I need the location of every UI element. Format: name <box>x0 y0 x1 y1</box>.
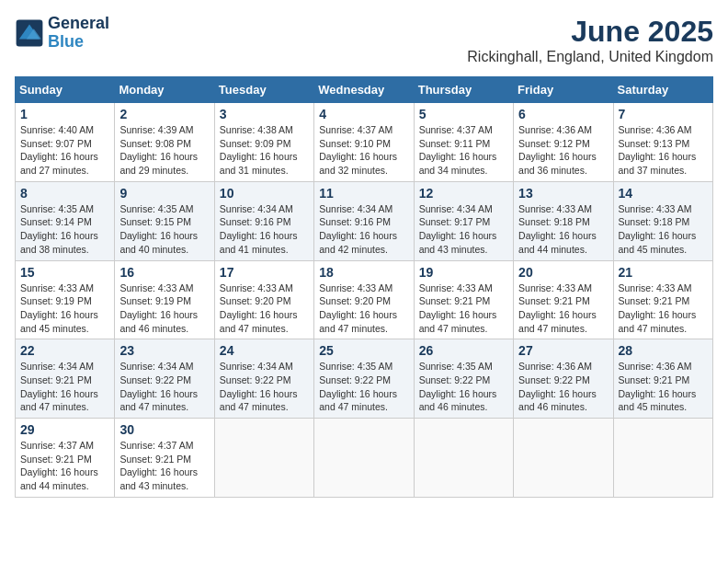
calendar-cell: 3 Sunrise: 4:38 AM Sunset: 9:09 PM Dayli… <box>214 103 313 182</box>
day-number: 21 <box>619 265 708 280</box>
day-info: Sunrise: 4:35 AM Sunset: 9:22 PM Dayligh… <box>319 360 408 414</box>
location: Rickinghall, England, United Kingdom <box>467 49 713 65</box>
day-number: 18 <box>319 265 408 280</box>
day-number: 23 <box>119 343 209 358</box>
day-info: Sunrise: 4:33 AM Sunset: 9:21 PM Dayligh… <box>518 282 608 336</box>
calendar-cell: 16 Sunrise: 4:33 AM Sunset: 9:19 PM Dayl… <box>115 260 214 339</box>
day-info: Sunrise: 4:34 AM Sunset: 9:22 PM Dayligh… <box>220 360 309 414</box>
day-info: Sunrise: 4:34 AM Sunset: 9:22 PM Dayligh… <box>119 360 209 414</box>
day-number: 19 <box>419 265 508 280</box>
weekday-header-sunday: Sunday <box>16 77 115 103</box>
calendar-cell: 30 Sunrise: 4:37 AM Sunset: 9:21 PM Dayl… <box>115 419 214 498</box>
day-info: Sunrise: 4:36 AM Sunset: 9:22 PM Dayligh… <box>518 360 608 414</box>
day-info: Sunrise: 4:33 AM Sunset: 9:20 PM Dayligh… <box>220 282 309 336</box>
weekday-header-wednesday: Wednesday <box>314 77 414 103</box>
title-section: June 2025 Rickinghall, England, United K… <box>467 15 713 65</box>
weekday-header-thursday: Thursday <box>414 77 513 103</box>
calendar-cell: 10 Sunrise: 4:34 AM Sunset: 9:16 PM Dayl… <box>214 181 313 260</box>
month-title: June 2025 <box>467 15 713 49</box>
day-number: 4 <box>319 107 408 121</box>
day-info: Sunrise: 4:33 AM Sunset: 9:21 PM Dayligh… <box>419 282 508 336</box>
day-info: Sunrise: 4:33 AM Sunset: 9:18 PM Dayligh… <box>518 202 608 257</box>
day-info: Sunrise: 4:35 AM Sunset: 9:22 PM Dayligh… <box>419 360 508 414</box>
calendar-cell <box>314 419 414 498</box>
logo-icon <box>15 18 44 48</box>
calendar-cell: 8 Sunrise: 4:35 AM Sunset: 9:14 PM Dayli… <box>16 181 115 260</box>
day-info: Sunrise: 4:35 AM Sunset: 9:15 PM Dayligh… <box>119 202 209 257</box>
calendar-cell: 5 Sunrise: 4:37 AM Sunset: 9:11 PM Dayli… <box>414 103 513 182</box>
calendar-cell: 15 Sunrise: 4:33 AM Sunset: 9:19 PM Dayl… <box>16 260 115 339</box>
calendar-cell: 26 Sunrise: 4:35 AM Sunset: 9:22 PM Dayl… <box>414 339 513 419</box>
weekday-header-monday: Monday <box>115 77 214 103</box>
day-number: 16 <box>119 265 209 280</box>
day-number: 29 <box>20 422 109 437</box>
day-number: 7 <box>619 107 708 121</box>
calendar-cell: 18 Sunrise: 4:33 AM Sunset: 9:20 PM Dayl… <box>314 260 414 339</box>
day-number: 9 <box>119 186 209 201</box>
day-info: Sunrise: 4:37 AM Sunset: 9:21 PM Dayligh… <box>20 439 109 493</box>
day-info: Sunrise: 4:33 AM Sunset: 9:19 PM Dayligh… <box>119 282 209 336</box>
calendar-cell: 11 Sunrise: 4:34 AM Sunset: 9:16 PM Dayl… <box>314 181 414 260</box>
day-number: 3 <box>220 107 309 121</box>
day-number: 12 <box>419 186 508 201</box>
day-number: 6 <box>518 107 608 121</box>
logo: General Blue <box>15 15 109 52</box>
day-number: 10 <box>220 186 309 201</box>
calendar-cell <box>414 419 513 498</box>
logo-text: General Blue <box>48 15 109 52</box>
day-info: Sunrise: 4:35 AM Sunset: 9:14 PM Dayligh… <box>20 202 109 257</box>
day-info: Sunrise: 4:33 AM Sunset: 9:21 PM Dayligh… <box>619 282 708 336</box>
day-number: 1 <box>20 107 109 121</box>
day-number: 15 <box>20 265 109 280</box>
day-number: 13 <box>518 186 608 201</box>
day-number: 20 <box>518 265 608 280</box>
day-info: Sunrise: 4:37 AM Sunset: 9:21 PM Dayligh… <box>119 439 209 493</box>
calendar-week-row: 15 Sunrise: 4:33 AM Sunset: 9:19 PM Dayl… <box>16 260 713 339</box>
calendar-cell: 22 Sunrise: 4:34 AM Sunset: 9:21 PM Dayl… <box>16 339 115 419</box>
day-info: Sunrise: 4:34 AM Sunset: 9:17 PM Dayligh… <box>419 202 508 257</box>
calendar-cell: 2 Sunrise: 4:39 AM Sunset: 9:08 PM Dayli… <box>115 103 214 182</box>
day-number: 8 <box>20 186 109 201</box>
day-number: 2 <box>119 107 209 121</box>
day-number: 5 <box>419 107 508 121</box>
day-info: Sunrise: 4:36 AM Sunset: 9:12 PM Dayligh… <box>518 123 608 178</box>
calendar-cell: 24 Sunrise: 4:34 AM Sunset: 9:22 PM Dayl… <box>214 339 313 419</box>
calendar-cell: 7 Sunrise: 4:36 AM Sunset: 9:13 PM Dayli… <box>613 103 712 182</box>
calendar-cell: 19 Sunrise: 4:33 AM Sunset: 9:21 PM Dayl… <box>414 260 513 339</box>
page-header: General Blue June 2025 Rickinghall, Engl… <box>15 15 713 65</box>
calendar-week-row: 29 Sunrise: 4:37 AM Sunset: 9:21 PM Dayl… <box>16 419 713 498</box>
calendar-body: 1 Sunrise: 4:40 AM Sunset: 9:07 PM Dayli… <box>16 103 713 498</box>
day-number: 27 <box>518 343 608 358</box>
day-number: 26 <box>419 343 508 358</box>
day-info: Sunrise: 4:34 AM Sunset: 9:16 PM Dayligh… <box>319 202 408 257</box>
day-number: 25 <box>319 343 408 358</box>
calendar-week-row: 22 Sunrise: 4:34 AM Sunset: 9:21 PM Dayl… <box>16 339 713 419</box>
calendar-cell <box>613 419 712 498</box>
calendar-cell: 23 Sunrise: 4:34 AM Sunset: 9:22 PM Dayl… <box>115 339 214 419</box>
calendar-cell: 13 Sunrise: 4:33 AM Sunset: 9:18 PM Dayl… <box>514 181 613 260</box>
day-number: 24 <box>220 343 309 358</box>
calendar-cell: 25 Sunrise: 4:35 AM Sunset: 9:22 PM Dayl… <box>314 339 414 419</box>
weekday-header-saturday: Saturday <box>613 77 712 103</box>
calendar-cell: 21 Sunrise: 4:33 AM Sunset: 9:21 PM Dayl… <box>613 260 712 339</box>
calendar-header-row: SundayMondayTuesdayWednesdayThursdayFrid… <box>16 77 713 103</box>
calendar-cell: 20 Sunrise: 4:33 AM Sunset: 9:21 PM Dayl… <box>514 260 613 339</box>
day-info: Sunrise: 4:38 AM Sunset: 9:09 PM Dayligh… <box>220 123 309 178</box>
day-info: Sunrise: 4:33 AM Sunset: 9:18 PM Dayligh… <box>619 202 708 257</box>
calendar-week-row: 1 Sunrise: 4:40 AM Sunset: 9:07 PM Dayli… <box>16 103 713 182</box>
calendar-cell: 9 Sunrise: 4:35 AM Sunset: 9:15 PM Dayli… <box>115 181 214 260</box>
calendar-cell: 1 Sunrise: 4:40 AM Sunset: 9:07 PM Dayli… <box>16 103 115 182</box>
day-info: Sunrise: 4:40 AM Sunset: 9:07 PM Dayligh… <box>20 123 109 178</box>
calendar-cell: 28 Sunrise: 4:36 AM Sunset: 9:21 PM Dayl… <box>613 339 712 419</box>
weekday-header-tuesday: Tuesday <box>214 77 313 103</box>
day-number: 30 <box>119 422 209 437</box>
day-info: Sunrise: 4:34 AM Sunset: 9:16 PM Dayligh… <box>220 202 309 257</box>
calendar-cell: 27 Sunrise: 4:36 AM Sunset: 9:22 PM Dayl… <box>514 339 613 419</box>
day-number: 28 <box>619 343 708 358</box>
calendar-cell: 6 Sunrise: 4:36 AM Sunset: 9:12 PM Dayli… <box>514 103 613 182</box>
calendar-cell: 17 Sunrise: 4:33 AM Sunset: 9:20 PM Dayl… <box>214 260 313 339</box>
calendar-cell: 29 Sunrise: 4:37 AM Sunset: 9:21 PM Dayl… <box>16 419 115 498</box>
day-info: Sunrise: 4:33 AM Sunset: 9:20 PM Dayligh… <box>319 282 408 336</box>
day-info: Sunrise: 4:36 AM Sunset: 9:21 PM Dayligh… <box>619 360 708 414</box>
calendar-cell: 14 Sunrise: 4:33 AM Sunset: 9:18 PM Dayl… <box>613 181 712 260</box>
